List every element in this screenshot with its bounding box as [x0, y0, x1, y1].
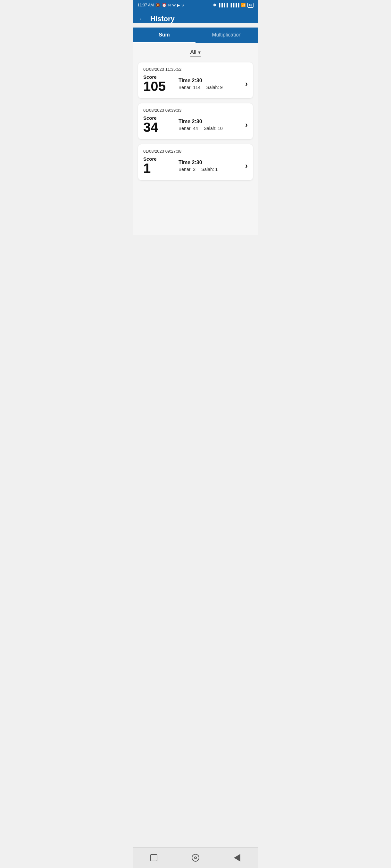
- whatsapp-icon: W: [172, 3, 176, 7]
- benar-3: Benar: 2: [178, 167, 196, 172]
- score-value-3: 1: [143, 162, 172, 175]
- score-section-2: Score 34: [143, 115, 172, 134]
- filter-row: All ▾: [138, 49, 253, 57]
- card-body-1: Score 105 Time 2:30 Benar: 114 Salah: 9 …: [143, 74, 248, 93]
- chevron-right-icon-3: ›: [242, 161, 248, 170]
- chevron-right-icon-1: ›: [242, 80, 248, 88]
- signal-1-icon: ▐▐▐▐: [218, 3, 228, 7]
- youtube-icon: ▶: [177, 3, 180, 7]
- content-area: All ▾ 01/08/2023 11:35:52 Score 105 Time…: [133, 43, 258, 235]
- salah-2: Salah: 10: [204, 126, 223, 131]
- chevron-down-icon: ▾: [198, 49, 201, 55]
- nfc-icon: N: [168, 3, 171, 7]
- status-time: 11:37 AM: [138, 3, 154, 7]
- time-section-3: Time 2:30 Benar: 2 Salah: 1: [172, 160, 242, 172]
- benar-2: Benar: 44: [178, 126, 198, 131]
- time-label-3: Time 2:30: [178, 160, 242, 165]
- filter-dropdown[interactable]: All ▾: [190, 49, 201, 57]
- history-card-3[interactable]: 01/08/2023 09:27:38 Score 1 Time 2:30 Be…: [138, 144, 253, 180]
- card-date-1: 01/08/2023 11:35:52: [143, 67, 248, 72]
- shop-icon: S: [181, 3, 184, 7]
- benar-1: Benar: 114: [178, 85, 201, 90]
- time-label-2: Time 2:30: [178, 119, 242, 124]
- benar-salah-1: Benar: 114 Salah: 9: [178, 85, 242, 90]
- wifi-icon: 📶: [241, 3, 246, 7]
- battery-indicator: 49: [247, 3, 253, 8]
- salah-1: Salah: 9: [206, 85, 223, 90]
- tabs-bar: Sum Multiplication: [133, 28, 258, 43]
- time-section-1: Time 2:30 Benar: 114 Salah: 9: [172, 78, 242, 90]
- history-card-2[interactable]: 01/08/2023 09:39:33 Score 34 Time 2:30 B…: [138, 103, 253, 139]
- benar-salah-2: Benar: 44 Salah: 10: [178, 126, 242, 131]
- status-right: ✱ ▐▐▐▐ ▐▐▐▐ 📶 49: [213, 3, 254, 8]
- card-body-3: Score 1 Time 2:30 Benar: 2 Salah: 1 ›: [143, 156, 248, 175]
- alarm-icon: ⏰: [162, 3, 167, 7]
- score-value-1: 105: [143, 80, 172, 93]
- salah-3: Salah: 1: [201, 167, 218, 172]
- signal-2-icon: ▐▐▐▐: [229, 3, 240, 7]
- tab-multiplication[interactable]: Multiplication: [196, 28, 258, 43]
- score-section-3: Score 1: [143, 156, 172, 175]
- header: ← History: [133, 10, 258, 23]
- bluetooth-icon: ✱: [213, 3, 216, 7]
- card-date-2: 01/08/2023 09:39:33: [143, 108, 248, 113]
- time-section-2: Time 2:30 Benar: 44 Salah: 10: [172, 119, 242, 131]
- score-section-1: Score 105: [143, 74, 172, 93]
- page-title: History: [150, 15, 175, 23]
- notification-icon: 🔕: [156, 3, 160, 7]
- filter-value: All: [190, 49, 196, 55]
- status-bar: 11:37 AM 🔕 ⏰ N W ▶ S ✱ ▐▐▐▐ ▐▐▐▐ 📶 49: [133, 0, 258, 10]
- chevron-right-icon-2: ›: [242, 120, 248, 129]
- status-left: 11:37 AM 🔕 ⏰ N W ▶ S: [138, 3, 184, 7]
- time-label-1: Time 2:30: [178, 78, 242, 84]
- score-value-2: 34: [143, 121, 172, 134]
- benar-salah-3: Benar: 2 Salah: 1: [178, 167, 242, 172]
- card-body-2: Score 34 Time 2:30 Benar: 44 Salah: 10 ›: [143, 115, 248, 134]
- back-button[interactable]: ←: [139, 15, 146, 23]
- tab-sum[interactable]: Sum: [133, 28, 196, 43]
- history-card-1[interactable]: 01/08/2023 11:35:52 Score 105 Time 2:30 …: [138, 62, 253, 98]
- card-date-3: 01/08/2023 09:27:38: [143, 149, 248, 154]
